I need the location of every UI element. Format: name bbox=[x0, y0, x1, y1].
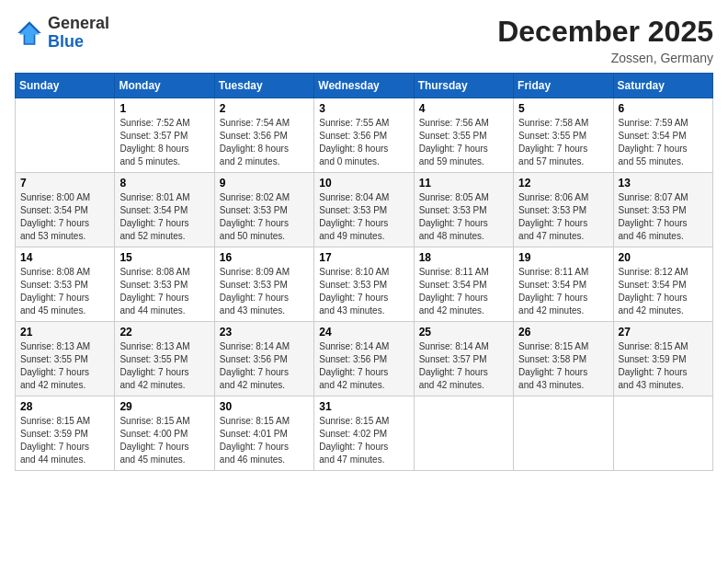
calendar-cell: 27Sunrise: 8:15 AMSunset: 3:59 PMDayligh… bbox=[613, 322, 712, 396]
calendar-table: SundayMondayTuesdayWednesdayThursdayFrid… bbox=[15, 73, 713, 471]
day-info: Sunrise: 8:15 AMSunset: 3:58 PMDaylight:… bbox=[518, 340, 608, 392]
day-number: 7 bbox=[20, 177, 109, 190]
day-info: Sunrise: 8:04 AMSunset: 3:53 PMDaylight:… bbox=[319, 191, 408, 243]
calendar-cell: 20Sunrise: 8:12 AMSunset: 3:54 PMDayligh… bbox=[613, 247, 712, 322]
day-number: 19 bbox=[518, 251, 608, 264]
day-number: 22 bbox=[119, 326, 209, 339]
day-number: 23 bbox=[220, 326, 309, 339]
day-number: 30 bbox=[220, 400, 309, 413]
day-info: Sunrise: 7:55 AMSunset: 3:56 PMDaylight:… bbox=[319, 117, 408, 168]
day-number: 27 bbox=[619, 326, 708, 339]
calendar-cell: 1Sunrise: 7:52 AMSunset: 3:57 PMDaylight… bbox=[115, 98, 214, 173]
logo-text: General Blue bbox=[48, 15, 109, 52]
day-info: Sunrise: 8:14 AMSunset: 3:56 PMDaylight:… bbox=[319, 340, 408, 392]
calendar-cell: 16Sunrise: 8:09 AMSunset: 3:53 PMDayligh… bbox=[214, 247, 313, 322]
weekday-header-row: SundayMondayTuesdayWednesdayThursdayFrid… bbox=[16, 74, 713, 98]
day-number: 26 bbox=[518, 326, 608, 339]
weekday-header-saturday: Saturday bbox=[613, 74, 712, 98]
day-info: Sunrise: 7:59 AMSunset: 3:54 PMDaylight:… bbox=[619, 117, 708, 168]
title-block: December 2025 Zossen, Germany bbox=[497, 15, 713, 65]
logo: General Blue bbox=[15, 15, 109, 52]
calendar-week-row: 28Sunrise: 8:15 AMSunset: 3:59 PMDayligh… bbox=[16, 396, 713, 471]
weekday-header-thursday: Thursday bbox=[414, 74, 513, 98]
weekday-header-friday: Friday bbox=[514, 74, 613, 98]
calendar-cell: 26Sunrise: 8:15 AMSunset: 3:58 PMDayligh… bbox=[514, 322, 613, 396]
day-number: 20 bbox=[619, 251, 708, 264]
calendar-cell: 25Sunrise: 8:14 AMSunset: 3:57 PMDayligh… bbox=[414, 322, 513, 396]
day-info: Sunrise: 7:52 AMSunset: 3:57 PMDaylight:… bbox=[119, 117, 209, 168]
calendar-cell: 2Sunrise: 7:54 AMSunset: 3:56 PMDaylight… bbox=[214, 98, 313, 173]
day-number: 11 bbox=[419, 177, 508, 190]
day-info: Sunrise: 7:56 AMSunset: 3:55 PMDaylight:… bbox=[419, 117, 508, 168]
calendar-cell: 17Sunrise: 8:10 AMSunset: 3:53 PMDayligh… bbox=[314, 247, 414, 322]
day-number: 18 bbox=[419, 251, 508, 264]
calendar-cell: 21Sunrise: 8:13 AMSunset: 3:55 PMDayligh… bbox=[16, 322, 115, 396]
day-info: Sunrise: 8:13 AMSunset: 3:55 PMDaylight:… bbox=[119, 340, 209, 392]
weekday-header-monday: Monday bbox=[115, 74, 214, 98]
day-info: Sunrise: 8:11 AMSunset: 3:54 PMDaylight:… bbox=[518, 266, 608, 317]
day-info: Sunrise: 8:14 AMSunset: 3:57 PMDaylight:… bbox=[419, 340, 508, 392]
day-info: Sunrise: 8:08 AMSunset: 3:53 PMDaylight:… bbox=[20, 266, 109, 317]
calendar-cell: 3Sunrise: 7:55 AMSunset: 3:56 PMDaylight… bbox=[314, 98, 414, 173]
day-number: 8 bbox=[119, 177, 209, 190]
calendar-cell: 31Sunrise: 8:15 AMSunset: 4:02 PMDayligh… bbox=[314, 396, 414, 471]
calendar-cell: 13Sunrise: 8:07 AMSunset: 3:53 PMDayligh… bbox=[613, 173, 712, 247]
day-info: Sunrise: 8:15 AMSunset: 3:59 PMDaylight:… bbox=[619, 340, 708, 392]
day-number: 14 bbox=[20, 251, 109, 264]
calendar-cell: 29Sunrise: 8:15 AMSunset: 4:00 PMDayligh… bbox=[115, 396, 214, 471]
calendar-cell: 7Sunrise: 8:00 AMSunset: 3:54 PMDaylight… bbox=[16, 173, 115, 247]
day-number: 13 bbox=[619, 177, 708, 190]
day-info: Sunrise: 8:07 AMSunset: 3:53 PMDaylight:… bbox=[619, 191, 708, 243]
day-number: 25 bbox=[419, 326, 508, 339]
day-number: 10 bbox=[319, 177, 408, 190]
day-info: Sunrise: 8:05 AMSunset: 3:53 PMDaylight:… bbox=[419, 191, 508, 243]
calendar-cell: 19Sunrise: 8:11 AMSunset: 3:54 PMDayligh… bbox=[514, 247, 613, 322]
calendar-cell: 10Sunrise: 8:04 AMSunset: 3:53 PMDayligh… bbox=[314, 173, 414, 247]
day-number: 3 bbox=[319, 102, 408, 115]
calendar-cell: 6Sunrise: 7:59 AMSunset: 3:54 PMDaylight… bbox=[613, 98, 712, 173]
day-info: Sunrise: 8:01 AMSunset: 3:54 PMDaylight:… bbox=[119, 191, 209, 243]
logo-icon bbox=[15, 18, 44, 48]
day-number: 15 bbox=[119, 251, 209, 264]
calendar-cell: 24Sunrise: 8:14 AMSunset: 3:56 PMDayligh… bbox=[314, 322, 414, 396]
day-number: 21 bbox=[20, 326, 109, 339]
day-info: Sunrise: 8:10 AMSunset: 3:53 PMDaylight:… bbox=[319, 266, 408, 317]
day-info: Sunrise: 8:00 AMSunset: 3:54 PMDaylight:… bbox=[20, 191, 109, 243]
weekday-header-tuesday: Tuesday bbox=[214, 74, 313, 98]
calendar-cell: 15Sunrise: 8:08 AMSunset: 3:53 PMDayligh… bbox=[115, 247, 214, 322]
day-number: 6 bbox=[619, 102, 708, 115]
day-number: 1 bbox=[119, 102, 209, 115]
day-number: 28 bbox=[20, 400, 109, 413]
calendar-cell bbox=[514, 396, 613, 471]
day-info: Sunrise: 7:58 AMSunset: 3:55 PMDaylight:… bbox=[518, 117, 608, 168]
day-number: 29 bbox=[119, 400, 209, 413]
day-number: 17 bbox=[319, 251, 408, 264]
location: Zossen, Germany bbox=[497, 51, 713, 65]
day-number: 5 bbox=[518, 102, 608, 115]
svg-marker-1 bbox=[19, 24, 40, 43]
calendar-week-row: 21Sunrise: 8:13 AMSunset: 3:55 PMDayligh… bbox=[16, 322, 713, 396]
day-number: 31 bbox=[319, 400, 408, 413]
day-info: Sunrise: 8:15 AMSunset: 4:01 PMDaylight:… bbox=[220, 415, 309, 466]
calendar-cell: 30Sunrise: 8:15 AMSunset: 4:01 PMDayligh… bbox=[214, 396, 313, 471]
day-info: Sunrise: 8:15 AMSunset: 4:02 PMDaylight:… bbox=[319, 415, 408, 466]
calendar-cell: 5Sunrise: 7:58 AMSunset: 3:55 PMDaylight… bbox=[514, 98, 613, 173]
day-info: Sunrise: 8:02 AMSunset: 3:53 PMDaylight:… bbox=[220, 191, 309, 243]
calendar-cell: 28Sunrise: 8:15 AMSunset: 3:59 PMDayligh… bbox=[16, 396, 115, 471]
page-header: General Blue December 2025 Zossen, Germa… bbox=[15, 15, 713, 65]
day-info: Sunrise: 8:13 AMSunset: 3:55 PMDaylight:… bbox=[20, 340, 109, 392]
calendar-cell: 22Sunrise: 8:13 AMSunset: 3:55 PMDayligh… bbox=[115, 322, 214, 396]
day-number: 16 bbox=[220, 251, 309, 264]
calendar-week-row: 1Sunrise: 7:52 AMSunset: 3:57 PMDaylight… bbox=[16, 98, 713, 173]
calendar-cell bbox=[414, 396, 513, 471]
calendar-week-row: 14Sunrise: 8:08 AMSunset: 3:53 PMDayligh… bbox=[16, 247, 713, 322]
day-info: Sunrise: 8:09 AMSunset: 3:53 PMDaylight:… bbox=[220, 266, 309, 317]
calendar-cell: 12Sunrise: 8:06 AMSunset: 3:53 PMDayligh… bbox=[514, 173, 613, 247]
calendar-cell bbox=[16, 98, 115, 173]
day-number: 12 bbox=[518, 177, 608, 190]
day-number: 24 bbox=[319, 326, 408, 339]
month-title: December 2025 bbox=[497, 15, 713, 49]
day-info: Sunrise: 8:14 AMSunset: 3:56 PMDaylight:… bbox=[220, 340, 309, 392]
calendar-week-row: 7Sunrise: 8:00 AMSunset: 3:54 PMDaylight… bbox=[16, 173, 713, 247]
day-number: 4 bbox=[419, 102, 508, 115]
